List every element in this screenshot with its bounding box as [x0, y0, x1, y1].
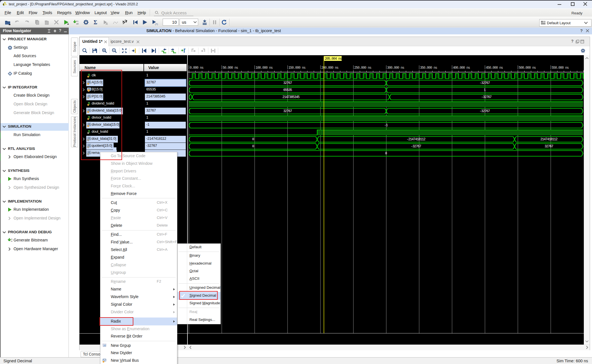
svg-text:32767: 32767: [545, 145, 553, 148]
svg-text:100.000 ns: 100.000 ns: [255, 66, 273, 70]
svg-text:1: 1: [484, 88, 486, 92]
svg-text:2147385345: 2147385345: [282, 95, 300, 99]
svg-text:2147418112: 2147418112: [540, 137, 558, 141]
svg-text:-32767: -32767: [411, 145, 421, 148]
svg-text:10: 10: [11, 240, 12, 242]
svg-text:-32767: -32767: [480, 109, 490, 113]
svg-text:450.000 ns: 450.000 ns: [486, 66, 503, 70]
svg-text:65535: 65535: [283, 88, 292, 92]
svg-text:0: 0: [385, 152, 387, 156]
svg-text:300.000 ns: 300.000 ns: [387, 66, 404, 70]
svg-text:205.004 ns: 205.004 ns: [325, 57, 342, 61]
svg-text:50.000 ns: 50.000 ns: [223, 66, 238, 70]
svg-text:150.000 ns: 150.000 ns: [288, 66, 306, 70]
svg-text:350.000 ns: 350.000 ns: [420, 66, 437, 70]
svg-text:01: 01: [11, 238, 12, 240]
svg-text:0: 0: [252, 137, 254, 141]
svg-text:10: 10: [76, 23, 78, 25]
svg-text:400.000 ns: 400.000 ns: [453, 66, 470, 70]
svg-text:0.000 ns: 0.000 ns: [190, 66, 204, 70]
svg-text:01: 01: [76, 20, 78, 23]
svg-text:250.000 ns: 250.000 ns: [354, 66, 372, 70]
svg-text:-32767: -32767: [480, 81, 490, 85]
svg-text:32767: 32767: [283, 109, 292, 113]
svg-text:-1: -1: [384, 123, 388, 127]
svg-text:(T): (T): [155, 23, 158, 25]
svg-text:0: 0: [252, 145, 254, 148]
svg-text:-32767: -32767: [481, 95, 492, 99]
svg-text:32767: 32767: [283, 81, 292, 85]
svg-text:500.000 ns: 500.000 ns: [519, 66, 536, 70]
svg-text:550.000 ns: 550.000 ns: [552, 66, 569, 70]
svg-text:-2147418112: -2147418112: [407, 137, 425, 141]
svg-text:Σ: Σ: [94, 19, 97, 25]
